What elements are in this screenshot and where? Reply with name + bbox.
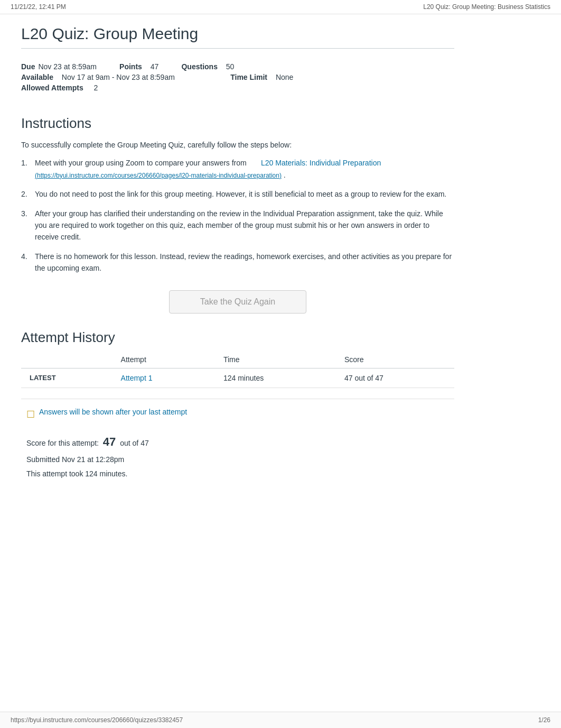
questions-label: Questions (181, 62, 217, 71)
row-score: 47 out of 47 (336, 368, 454, 388)
take-quiz-button[interactable]: Take the Quiz Again (169, 290, 306, 314)
time-limit-label: Time Limit (230, 73, 267, 81)
info-icon: ☐ (26, 409, 35, 420)
list-content-3: After your group has clarified their und… (35, 208, 454, 243)
attempt-table: Attempt Time Score LATEST Attempt 1 124 … (21, 351, 454, 388)
step1-link[interactable]: L20 Materials: Individual Preparation (261, 159, 381, 167)
step1-text-before: Meet with your group using Zoom to compa… (35, 159, 247, 167)
submitted-line: Submitted Nov 21 at 12:28pm (26, 453, 449, 467)
tab-title: L20 Quiz: Group Meeting: Business Statis… (423, 3, 550, 11)
due-label: Due (21, 62, 35, 71)
list-content-1: Meet with your group using Zoom to compa… (35, 157, 454, 181)
available-value: Nov 17 at 9am - Nov 23 at 8:59am (62, 73, 175, 81)
page-title: L20 Quiz: Group Meeting (21, 14, 454, 49)
score-label: Score for this attempt: (26, 439, 99, 447)
list-content-4: There is no homework for this lesson. In… (35, 251, 454, 274)
timestamp: 11/21/22, 12:41 PM (11, 3, 66, 11)
step1-link-url[interactable]: (https://byui.instructure.com/courses/20… (35, 172, 282, 179)
meta-info: Due Nov 23 at 8:59am Points 47 Questions… (21, 57, 454, 105)
row-time: 124 minutes (215, 368, 336, 388)
attempt-link[interactable]: Attempt 1 (121, 374, 153, 382)
meta-row-due: Due Nov 23 at 8:59am Points 47 Questions… (21, 62, 454, 71)
due-value: Nov 23 at 8:59am (38, 62, 97, 71)
available-label: Available (21, 73, 53, 81)
list-item: 1. Meet with your group using Zoom to co… (21, 157, 454, 181)
col-header-attempt: Attempt (113, 351, 215, 368)
score-section: Score for this attempt: 47 out of 47 Sub… (21, 426, 454, 492)
score-out-of: out of 47 (120, 439, 149, 447)
table-header-row: Attempt Time Score (21, 351, 454, 368)
questions-value: 50 (226, 62, 235, 71)
table-row: LATEST Attempt 1 124 minutes 47 out of 4… (21, 368, 454, 388)
row-attempt: Attempt 1 (113, 368, 215, 388)
time-limit-value: None (276, 73, 293, 81)
col-header-time: Time (215, 351, 336, 368)
bottom-bar: https://byui.instructure.com/courses/206… (0, 712, 561, 728)
duration-line: This attempt took 124 minutes. (26, 467, 449, 481)
footer-page: 1/26 (538, 716, 550, 724)
instructions-title: Instructions (21, 115, 454, 132)
list-num-2: 2. (21, 188, 32, 200)
points-label: Points (119, 62, 142, 71)
meta-row-attempts: Allowed Attempts 2 (21, 84, 454, 92)
step1-text-after: . (284, 171, 286, 179)
col-header-score: Score (336, 351, 454, 368)
list-num-1: 1. (21, 157, 32, 181)
meta-row-available: Available Nov 17 at 9am - Nov 23 at 8:59… (21, 73, 454, 81)
attempt-history-title: Attempt History (21, 329, 454, 346)
allowed-attempts-value: 2 (94, 84, 98, 92)
instructions-intro: To successfully complete the Group Meeti… (21, 139, 454, 151)
list-content-2: You do not need to post the link for thi… (35, 188, 454, 200)
notice-text: Answers will be shown after your last at… (39, 408, 187, 416)
list-item: 4. There is no homework for this lesson.… (21, 251, 454, 274)
main-container: L20 Quiz: Group Meeting Due Nov 23 at 8:… (0, 14, 475, 513)
footer-url: https://byui.instructure.com/courses/206… (11, 716, 183, 724)
list-num-4: 4. (21, 251, 32, 274)
points-value: 47 (151, 62, 159, 71)
list-num-3: 3. (21, 208, 32, 243)
allowed-attempts-label: Allowed Attempts (21, 84, 83, 92)
browser-top-bar: 11/21/22, 12:41 PM L20 Quiz: Group Meeti… (0, 0, 561, 14)
list-item: 3. After your group has clarified their … (21, 208, 454, 243)
notice-box: ☐ Answers will be shown after your last … (21, 399, 454, 426)
instructions-list: 1. Meet with your group using Zoom to co… (21, 157, 454, 274)
score-number: 47 (103, 435, 116, 448)
row-latest-label: LATEST (21, 368, 113, 388)
score-line: Score for this attempt: 47 out of 47 (26, 431, 449, 453)
list-item: 2. You do not need to post the link for … (21, 188, 454, 200)
col-header-label (21, 351, 113, 368)
